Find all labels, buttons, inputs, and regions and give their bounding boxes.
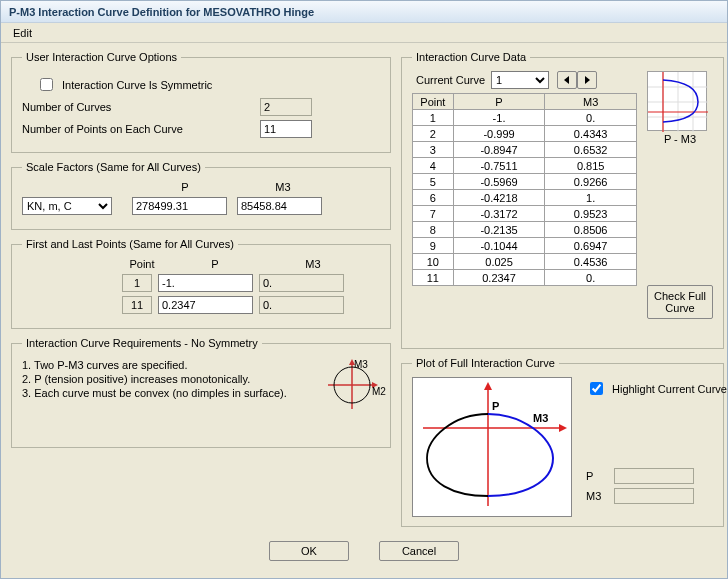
- cell-m3[interactable]: 1.: [545, 190, 637, 206]
- hdr-fl-m3: M3: [268, 258, 358, 270]
- svg-marker-17: [484, 382, 492, 390]
- cell-p[interactable]: -0.7511: [453, 158, 545, 174]
- table-row[interactable]: 4-0.75110.815: [413, 158, 637, 174]
- field-fl-r2-point: [122, 296, 152, 314]
- svg-text:M3: M3: [533, 412, 548, 424]
- legend-curve-data: Interaction Curve Data: [412, 51, 530, 63]
- cell-p[interactable]: -0.4218: [453, 190, 545, 206]
- hdr-fl-p: P: [162, 258, 268, 270]
- mini-plot: [647, 71, 707, 131]
- dialog-window: P-M3 Interaction Curve Definition for ME…: [0, 0, 728, 579]
- table-row[interactable]: 8-0.21350.8506: [413, 222, 637, 238]
- group-user-options: User Interaction Curve Options Interacti…: [11, 51, 391, 153]
- ok-button[interactable]: OK: [269, 541, 349, 561]
- cancel-button[interactable]: Cancel: [379, 541, 459, 561]
- dropdown-units[interactable]: KN, m, C: [22, 197, 112, 215]
- cell-point: 3: [413, 142, 454, 158]
- cell-m3[interactable]: 0.4343: [545, 126, 637, 142]
- table-row[interactable]: 6-0.42181.: [413, 190, 637, 206]
- next-curve-button[interactable]: [577, 71, 597, 89]
- field-scale-p[interactable]: [132, 197, 227, 215]
- req-item-1: 1. Two P-M3 curves are specified.: [22, 359, 316, 371]
- requirements-diagram: M3 M2: [324, 357, 380, 437]
- readout-m3-value: [614, 488, 694, 504]
- cell-point: 5: [413, 174, 454, 190]
- cell-point: 2: [413, 126, 454, 142]
- hdr-scale-p: P: [132, 181, 238, 193]
- left-column: User Interaction Curve Options Interacti…: [11, 51, 391, 535]
- curve-data-table[interactable]: Point P M3 1-1.0.2-0.9990.43433-0.89470.…: [412, 93, 637, 286]
- legend-user-options: User Interaction Curve Options: [22, 51, 181, 63]
- cell-m3[interactable]: 0.4536: [545, 254, 637, 270]
- label-highlight[interactable]: Highlight Current Curve: [612, 383, 727, 395]
- cell-m3[interactable]: 0.8506: [545, 222, 637, 238]
- cell-m3[interactable]: 0.9266: [545, 174, 637, 190]
- window-title: P-M3 Interaction Curve Definition for ME…: [9, 6, 314, 18]
- checkbox-highlight[interactable]: [590, 382, 603, 395]
- dialog-buttons: OK Cancel: [11, 541, 717, 561]
- table-row[interactable]: 2-0.9990.4343: [413, 126, 637, 142]
- table-row[interactable]: 3-0.89470.6532: [413, 142, 637, 158]
- cell-m3[interactable]: 0.: [545, 110, 637, 126]
- legend-full-plot: Plot of Full Interaction Curve: [412, 357, 559, 369]
- table-row[interactable]: 9-0.10440.6947: [413, 238, 637, 254]
- cell-m3[interactable]: 0.6947: [545, 238, 637, 254]
- svg-text:P: P: [492, 400, 499, 412]
- group-full-plot: Plot of Full Interaction Curve P: [401, 357, 724, 527]
- menu-bar: Edit: [1, 23, 727, 43]
- cell-p[interactable]: -0.5969: [453, 174, 545, 190]
- label-readout-p: P: [586, 470, 614, 482]
- readout-p-value: [614, 468, 694, 484]
- field-num-curves: [260, 98, 312, 116]
- group-requirements: Interaction Curve Requirements - No Symm…: [11, 337, 391, 448]
- field-fl-r1-m3: [259, 274, 344, 292]
- triangle-right-icon: [583, 76, 591, 84]
- cell-p[interactable]: -0.8947: [453, 142, 545, 158]
- label-readout-m3: M3: [586, 490, 614, 502]
- cell-point: 8: [413, 222, 454, 238]
- field-fl-r2-p[interactable]: [158, 296, 253, 314]
- cell-p[interactable]: 0.2347: [453, 270, 545, 286]
- right-column: Interaction Curve Data Current Curve 1: [401, 51, 724, 535]
- title-bar: P-M3 Interaction Curve Definition for ME…: [1, 1, 727, 23]
- req-item-3: 3. Each curve must be convex (no dimples…: [22, 387, 316, 399]
- menu-edit[interactable]: Edit: [7, 25, 38, 41]
- table-row[interactable]: 5-0.59690.9266: [413, 174, 637, 190]
- cell-point: 10: [413, 254, 454, 270]
- cell-point: 4: [413, 158, 454, 174]
- table-row[interactable]: 7-0.31720.9523: [413, 206, 637, 222]
- field-scale-m3[interactable]: [237, 197, 322, 215]
- field-fl-r2-m3: [259, 296, 344, 314]
- prev-curve-button[interactable]: [557, 71, 577, 89]
- col-m3: M3: [545, 94, 637, 110]
- req-item-2: 2. P (tension positive) increases monoto…: [22, 373, 316, 385]
- cell-m3[interactable]: 0.: [545, 270, 637, 286]
- dropdown-current-curve[interactable]: 1: [491, 71, 549, 89]
- table-row[interactable]: 110.23470.: [413, 270, 637, 286]
- field-fl-r1-point: [122, 274, 152, 292]
- cell-p[interactable]: 0.025: [453, 254, 545, 270]
- group-scale-factors: Scale Factors (Same for All Curves) P M3…: [11, 161, 391, 230]
- client-area: User Interaction Curve Options Interacti…: [1, 43, 727, 578]
- group-first-last: First and Last Points (Same for All Curv…: [11, 238, 391, 329]
- checkbox-symmetric[interactable]: [40, 78, 53, 91]
- table-row[interactable]: 1-1.0.: [413, 110, 637, 126]
- cell-p[interactable]: -0.2135: [453, 222, 545, 238]
- legend-first-last: First and Last Points (Same for All Curv…: [22, 238, 238, 250]
- cell-p[interactable]: -1.: [453, 110, 545, 126]
- cell-m3[interactable]: 0.815: [545, 158, 637, 174]
- cell-p[interactable]: -0.3172: [453, 206, 545, 222]
- cell-m3[interactable]: 0.6532: [545, 142, 637, 158]
- mini-plot-label: P - M3: [647, 133, 713, 145]
- svg-marker-6: [585, 76, 590, 84]
- label-num-points: Number of Points on Each Curve: [22, 123, 260, 135]
- cell-m3[interactable]: 0.9523: [545, 206, 637, 222]
- cell-p[interactable]: -0.1044: [453, 238, 545, 254]
- field-fl-r1-p[interactable]: [158, 274, 253, 292]
- cell-p[interactable]: -0.999: [453, 126, 545, 142]
- table-row[interactable]: 100.0250.4536: [413, 254, 637, 270]
- full-plot: P M3: [412, 377, 572, 517]
- field-num-points[interactable]: [260, 120, 312, 138]
- label-symmetric[interactable]: Interaction Curve Is Symmetric: [62, 79, 212, 91]
- check-full-curve-button[interactable]: Check Full Curve: [647, 285, 713, 319]
